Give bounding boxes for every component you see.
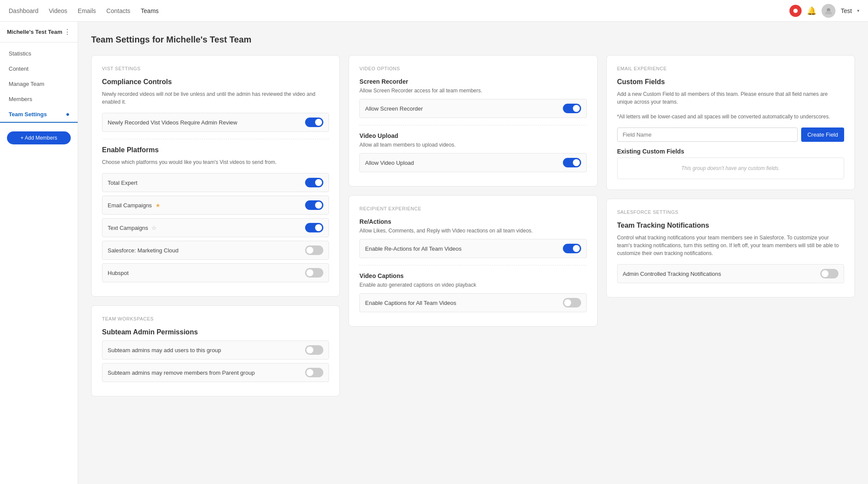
notification-bell[interactable]: 🔔 <box>807 6 816 16</box>
sidebar-item-team-settings[interactable]: Team Settings <box>0 107 78 123</box>
nav-contacts[interactable]: Contacts <box>106 7 130 14</box>
sidebar-menu-dots[interactable]: ⋮ <box>64 28 71 36</box>
custom-fields-heading: Custom Fields <box>617 78 844 86</box>
email-campaigns-toggle[interactable] <box>305 200 323 210</box>
video-captions-desc: Enable auto generated captions on video … <box>359 282 586 288</box>
video-upload-desc: Allow all team members to upload videos. <box>359 142 586 148</box>
user-dropdown-arrow[interactable]: ▾ <box>857 8 859 13</box>
top-navigation: Dashboard Videos Emails Contacts Teams 🔔… <box>0 0 868 22</box>
email-experience-section-label: Email Experience <box>617 66 844 71</box>
compliance-toggle-label: Newly Recorded Vist Videos Require Admin… <box>108 119 237 126</box>
video-captions-heading: Video Captions <box>359 272 586 279</box>
subteam-add-label: Subteam admins may add users to this gro… <box>108 347 221 353</box>
re-actions-toggle[interactable] <box>563 244 581 253</box>
existing-fields-heading: Existing Custom Fields <box>617 148 844 155</box>
svg-point-0 <box>793 9 798 13</box>
re-actions-desc: Allow Likes, Comments, and Reply with Vi… <box>359 228 586 234</box>
text-campaigns-circle-icon: ☆ <box>151 225 157 231</box>
team-tracking-toggle[interactable] <box>820 269 838 278</box>
text-campaigns-label: Text Campaigns ☆ <box>108 225 157 231</box>
captions-toggle-row: Enable Captions for All Team Videos <box>359 293 586 312</box>
re-actions-toggle-label: Enable Re-Actions for All Team Videos <box>365 245 461 252</box>
user-avatar[interactable] <box>822 4 835 18</box>
add-members-button[interactable]: + Add Members <box>7 131 71 144</box>
subteam-heading: Subteam Admin Permissions <box>102 328 329 336</box>
nav-right: 🔔 Test ▾ <box>789 4 859 18</box>
subteam-add-toggle[interactable] <box>305 345 323 355</box>
video-upload-toggle[interactable] <box>563 158 581 167</box>
salesforce-settings-card: Salesforce Settings Team Tracking Notifi… <box>606 199 855 298</box>
page-title: Team Settings for Michelle's Test Team <box>91 35 855 45</box>
compliance-toggle[interactable] <box>305 118 323 127</box>
existing-fields-empty-message: This group doesn't have any custom field… <box>681 165 780 171</box>
salesforce-marketing-label: Salesforce: Marketing Cloud <box>108 247 178 254</box>
record-button[interactable] <box>789 5 802 17</box>
nav-links: Dashboard Videos Emails Contacts Teams <box>9 7 789 14</box>
platform-salesforce-marketing: Salesforce: Marketing Cloud <box>102 241 329 260</box>
email-campaigns-label: Email Campaigns ★ <box>108 202 161 209</box>
nav-teams[interactable]: Teams <box>141 7 158 14</box>
vist-section-label: Vist Settings <box>102 66 329 71</box>
right-column: Email Experience Custom Fields Add a new… <box>606 55 855 405</box>
sidebar-item-content[interactable]: Content <box>0 61 78 76</box>
team-tracking-toggle-label: Admin Controlled Tracking Notifications <box>623 271 721 277</box>
hubspot-label: Hubspot <box>108 270 128 276</box>
sidebar: Michelle's Test Team ⋮ Statistics Conten… <box>0 22 78 484</box>
field-input-row: Create Field <box>617 128 844 142</box>
compliance-toggle-row: Newly Recorded Vist Videos Require Admin… <box>102 113 329 132</box>
screen-recorder-toggle-row: Allow Screen Recorder <box>359 99 586 118</box>
field-name-input[interactable] <box>617 128 798 142</box>
screen-recorder-heading: Screen Recorder <box>359 78 586 85</box>
middle-column: Video Options Screen Recorder Allow Scre… <box>349 55 597 405</box>
team-workspaces-card: Team Workspaces Subteam Admin Permission… <box>91 305 340 396</box>
recipient-section-label: Recipient Experience <box>359 206 586 211</box>
captions-toggle[interactable] <box>563 298 581 307</box>
platform-text-campaigns: Text Campaigns ☆ <box>102 218 329 237</box>
screen-recorder-desc: Allow Screen Recorder access for all tea… <box>359 88 586 94</box>
platforms-desc: Choose which platforms you would like yo… <box>102 158 329 166</box>
compliance-heading: Compliance Controls <box>102 78 329 86</box>
vist-settings-card: Vist Settings Compliance Controls Newly … <box>91 55 340 297</box>
video-options-section-label: Video Options <box>359 66 586 71</box>
subteam-remove-toggle-row: Subteam admins may remove members from P… <box>102 363 329 382</box>
create-field-button[interactable]: Create Field <box>801 128 844 142</box>
email-experience-card: Email Experience Custom Fields Add a new… <box>606 55 855 190</box>
nav-dashboard[interactable]: Dashboard <box>9 7 39 14</box>
team-workspaces-section-label: Team Workspaces <box>102 316 329 321</box>
total-expert-label: Total Expert <box>108 180 138 186</box>
email-campaigns-star-icon: ★ <box>155 202 161 209</box>
compliance-desc: Newly recorded videos will not be live u… <box>102 90 329 106</box>
screen-recorder-toggle[interactable] <box>563 104 581 113</box>
platform-total-expert: Total Expert <box>102 173 329 192</box>
video-options-card: Video Options Screen Recorder Allow Scre… <box>349 55 597 186</box>
sidebar-item-statistics[interactable]: Statistics <box>0 46 78 61</box>
sidebar-item-members[interactable]: Members <box>0 92 78 107</box>
text-campaigns-toggle[interactable] <box>305 223 323 232</box>
subteam-remove-toggle[interactable] <box>305 368 323 377</box>
sidebar-team-name: Michelle's Test Team <box>7 29 62 35</box>
sidebar-nav: Statistics Content Manage Team Members T… <box>0 43 78 126</box>
captions-toggle-label: Enable Captions for All Team Videos <box>365 300 456 306</box>
user-name-label[interactable]: Test <box>841 7 852 14</box>
nav-videos[interactable]: Videos <box>49 7 68 14</box>
team-tracking-heading: Team Tracking Notifications <box>617 222 844 229</box>
sidebar-item-manage-team[interactable]: Manage Team <box>0 76 78 92</box>
screen-recorder-toggle-label: Allow Screen Recorder <box>365 105 423 112</box>
platforms-heading: Enable Platforms <box>102 146 329 154</box>
platform-email-campaigns: Email Campaigns ★ <box>102 196 329 215</box>
active-indicator <box>66 113 69 116</box>
sidebar-team-header: Michelle's Test Team ⋮ <box>0 22 78 43</box>
salesforce-marketing-toggle[interactable] <box>305 245 323 255</box>
app-layout: Michelle's Test Team ⋮ Statistics Conten… <box>0 22 868 484</box>
main-content: Team Settings for Michelle's Test Team V… <box>78 22 868 484</box>
left-column: Vist Settings Compliance Controls Newly … <box>91 55 340 405</box>
subteam-add-toggle-row: Subteam admins may add users to this gro… <box>102 340 329 360</box>
video-upload-toggle-label: Allow Video Upload <box>365 160 414 166</box>
total-expert-toggle[interactable] <box>305 178 323 187</box>
nav-emails[interactable]: Emails <box>78 7 96 14</box>
video-upload-heading: Video Upload <box>359 132 586 139</box>
re-actions-toggle-row: Enable Re-Actions for All Team Videos <box>359 239 586 258</box>
hubspot-toggle[interactable] <box>305 268 323 278</box>
salesforce-section-label: Salesforce Settings <box>617 209 844 215</box>
team-tracking-toggle-row: Admin Controlled Tracking Notifications <box>617 264 844 283</box>
